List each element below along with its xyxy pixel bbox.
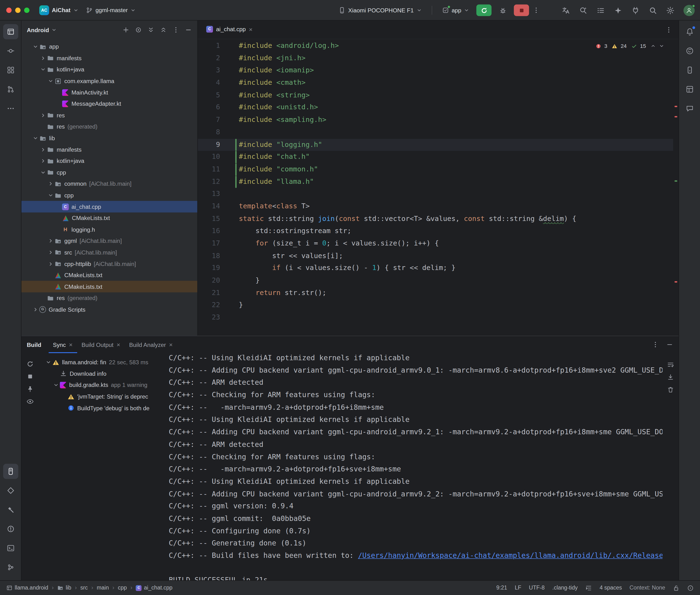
build-tree-item-llama-android-fin[interactable]: llama.android: fin22 sec, 583 ms (45, 357, 169, 368)
sync-icon[interactable] (26, 360, 34, 368)
todo-list-icon[interactable] (596, 6, 605, 15)
project-tree-item-messageadapter-kt[interactable]: MessageAdapter.kt (22, 98, 197, 110)
editor-options-icon[interactable] (665, 26, 672, 34)
locate-icon[interactable] (135, 26, 142, 34)
build-console[interactable]: C/C++: -- Using KleidiAI optimized kerne… (169, 353, 663, 580)
chevron-right-icon[interactable] (47, 237, 55, 245)
project-tree-item-ai-chat-cpp[interactable]: Cai_chat.cpp (22, 201, 197, 213)
translate-icon[interactable] (562, 6, 570, 15)
tool-window-button-problems[interactable] (3, 521, 18, 536)
chevron-right-icon[interactable] (39, 158, 47, 165)
code-line-6[interactable]: 6#include <unistd.h> (198, 102, 673, 114)
code-line-23[interactable]: 23 (198, 312, 673, 324)
options-icon[interactable] (172, 26, 179, 34)
project-tree-item-app[interactable]: app (22, 41, 197, 52)
tool-window-button-version-control[interactable] (3, 560, 18, 575)
close-window-button[interactable] (6, 7, 11, 12)
plugins-icon[interactable] (631, 6, 640, 15)
build-tree-item-jvmtarget-string-is-deprec[interactable]: 'jvmTarget: String' is deprec (45, 391, 169, 402)
chevron-right-icon[interactable] (47, 260, 55, 267)
chevron-down-icon[interactable] (47, 192, 55, 199)
tool-window-button-device-explorer[interactable] (682, 62, 697, 78)
project-tree-item-logging-h[interactable]: Hlogging.h (22, 224, 197, 235)
breadcrumb-llama-android[interactable]: llama.android (6, 585, 48, 591)
build-output-path-link[interactable]: /Users/hanyin/Workspace/ai-chat/examples… (358, 551, 663, 560)
code-line-7[interactable]: 7#include <sampling.h> (198, 114, 673, 126)
code-editor[interactable]: 1#include <android/log.h>2#include <jni.… (198, 40, 673, 336)
clear-icon[interactable] (667, 386, 674, 393)
previous-problem-icon[interactable] (650, 43, 656, 49)
build-tab-sync[interactable]: Sync× (48, 336, 77, 353)
code-line-19[interactable]: 19 if (i < values.size() - 1) { str << d… (198, 262, 673, 275)
project-tree-item-manifests[interactable]: manifests (22, 52, 197, 64)
code-line-22[interactable]: 22} (198, 299, 673, 312)
tool-window-button-build[interactable] (3, 502, 18, 517)
tool-window-button-layout-inspector[interactable] (682, 81, 697, 97)
code-line-12[interactable]: 12#include "llama.h" (198, 176, 673, 188)
chevron-right-icon[interactable] (39, 55, 47, 62)
code-line-2[interactable]: 2#include <jni.h> (198, 52, 673, 64)
line-separator[interactable]: LF (515, 585, 521, 591)
editor-scrollbar[interactable] (673, 21, 678, 336)
context[interactable]: Context: None (629, 585, 665, 591)
clang-tidy[interactable]: .clang-tidy (552, 585, 578, 591)
tool-window-button-pull-requests[interactable] (3, 81, 18, 97)
close-icon[interactable]: × (69, 341, 73, 348)
vcs-branch-selector[interactable]: ggml-master (82, 5, 139, 16)
user-avatar[interactable] (683, 5, 695, 16)
project-tree-item-lib[interactable]: lib (22, 132, 197, 144)
code-line-10[interactable]: 10#include "chat.h" (198, 151, 673, 163)
code-line-5[interactable]: 5#include <string> (198, 89, 673, 102)
device-selector[interactable]: Xiaomi POCOPHONE F1 (335, 5, 425, 16)
chevron-down-icon[interactable] (47, 77, 55, 85)
scroll-end-icon[interactable] (667, 374, 674, 381)
build-tab-build-output[interactable]: Build Output× (77, 336, 125, 353)
caret-position[interactable]: 9:21 (496, 585, 507, 591)
inspections-widget-icon[interactable] (687, 585, 694, 591)
chevron-down-icon[interactable] (45, 359, 52, 366)
code-line-11[interactable]: 11#include "common.h" (198, 163, 673, 176)
code-line-18[interactable]: 18 str << values[i]; (198, 250, 673, 262)
project-tree-item-cpp-httplib[interactable]: cpp-httplib[AiChat.lib.main] (22, 258, 197, 270)
inspections-widget[interactable]: 3 24 15 (593, 42, 667, 50)
code-line-3[interactable]: 3#include <iomanip> (198, 64, 673, 77)
minimize-window-button[interactable] (15, 7, 21, 12)
code-line-20[interactable]: 20 } (198, 275, 673, 287)
tool-window-button-more[interactable] (3, 101, 18, 116)
hide-icon[interactable] (185, 26, 192, 34)
code-line-9[interactable]: 9#include "logging.h" (198, 139, 673, 151)
tool-window-button-project[interactable] (3, 24, 18, 39)
build-tab-build-analyzer[interactable]: Build Analyzer× (125, 336, 177, 353)
chevron-down-icon[interactable] (39, 169, 47, 176)
run-button[interactable] (477, 4, 492, 16)
build-tree-item-buildtype-debug-is-both-de[interactable]: BuildType 'debug' is both de (45, 402, 169, 414)
code-line-17[interactable]: 17 for (size_t i = 0; i < values.size();… (198, 237, 673, 250)
project-tree-item-res[interactable]: res (22, 110, 197, 121)
more-run-actions-icon[interactable] (533, 7, 540, 14)
breadcrumb-main[interactable]: main (97, 585, 109, 591)
build-tool-window-title[interactable]: Build (27, 341, 41, 348)
close-icon[interactable]: × (116, 341, 120, 348)
project-tree-item-manifests[interactable]: manifests (22, 144, 197, 155)
chevron-down-icon[interactable] (39, 66, 47, 73)
lock-open-icon[interactable] (673, 585, 679, 591)
breadcrumb-lib[interactable]: lib (57, 585, 71, 591)
file-encoding[interactable]: UTF-8 (529, 585, 544, 591)
chevron-right-icon[interactable] (39, 146, 47, 153)
breadcrumb-cpp[interactable]: cpp (118, 585, 127, 591)
build-options-icon[interactable] (652, 341, 659, 348)
breadcrumb-ai-chat-cpp[interactable]: Cai_chat.cpp (136, 585, 172, 591)
zoom-window-button[interactable] (24, 7, 29, 12)
code-line-4[interactable]: 4#include <cmath> (198, 77, 673, 89)
chevron-down-icon[interactable] (52, 382, 60, 389)
code-line-13[interactable]: 13 (198, 188, 673, 200)
project-tree-item-cmakelists-txt[interactable]: CMakeLists.txt (22, 281, 197, 292)
tool-window-button-assistant[interactable] (682, 101, 697, 116)
chevron-right-icon[interactable] (32, 306, 39, 313)
code-line-16[interactable]: 16 std::ostringstream str; (198, 225, 673, 237)
debug-button[interactable] (495, 4, 510, 16)
indent-icon[interactable] (585, 585, 592, 591)
tool-window-button-dependencies[interactable] (3, 483, 18, 498)
project-tree-item-mainactivity-kt[interactable]: MainActivity.kt (22, 87, 197, 98)
search-icon[interactable] (649, 6, 657, 15)
